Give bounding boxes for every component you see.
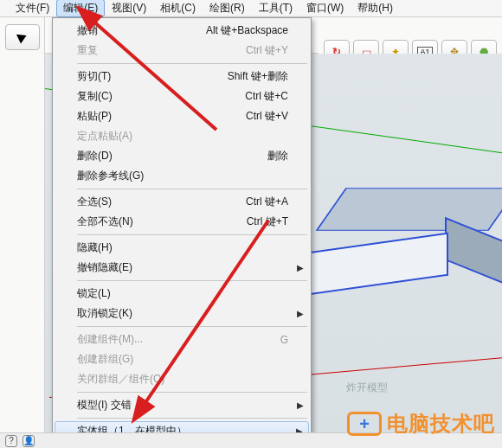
mi-delete[interactable]: 删除(D) 删除 xyxy=(55,146,309,166)
mi-undo[interactable]: 撤销 Alt 键+Backspace xyxy=(55,21,309,41)
menu-separator xyxy=(77,189,307,189)
menu-separator xyxy=(77,392,307,393)
mi-select-all[interactable]: 全选(S) Ctrl 键+A xyxy=(55,192,309,212)
mi-shortcut: Ctrl 键+Y xyxy=(246,43,288,58)
menu-separator xyxy=(77,63,307,64)
mi-label: 关闭群组／组件(O) xyxy=(77,372,164,387)
mi-label: 删除参考线(G) xyxy=(77,169,144,183)
cursor-icon xyxy=(16,30,28,43)
mi-shortcut: Ctrl 键+T xyxy=(247,214,288,229)
menu-separator xyxy=(77,234,307,235)
mi-label: 取消锁定(K) xyxy=(77,306,132,321)
edit-menu-dropdown: 撤销 Alt 键+Backspace 重复 Ctrl 键+Y 剪切(T) Shi… xyxy=(52,17,312,445)
mi-delete-guides[interactable]: 删除参考线(G) xyxy=(55,166,309,186)
status-help-icon[interactable]: ? xyxy=(5,435,17,447)
menu-separator xyxy=(77,280,307,281)
mi-redo: 重复 Ctrl 键+Y xyxy=(55,41,309,61)
mi-shortcut: Ctrl 键+A xyxy=(246,195,288,209)
menu-separator xyxy=(77,326,307,327)
mi-label: 锁定(L) xyxy=(77,286,111,301)
mi-unhide[interactable]: 撤销隐藏(E) ▶ xyxy=(55,258,309,278)
mi-copy[interactable]: 复制(C) Ctrl 键+C xyxy=(55,86,309,106)
mi-label: 创建组件(M)... xyxy=(77,332,143,347)
mi-label: 重复 xyxy=(77,43,98,58)
mi-paste[interactable]: 粘贴(P) Ctrl 键+V xyxy=(55,106,309,126)
mi-label: 撤销 xyxy=(77,23,98,38)
mi-label: 粘贴(P) xyxy=(77,109,112,124)
mi-shortcut: Ctrl 键+V xyxy=(246,109,288,124)
mi-unlock[interactable]: 取消锁定(K) ▶ xyxy=(55,304,309,323)
status-bar: ? 👤 xyxy=(0,432,502,448)
menu-separator xyxy=(77,418,307,419)
menubar: 文件(F) 编辑(E) 视图(V) 相机(C) 绘图(R) 工具(T) 窗口(W… xyxy=(0,0,502,17)
menu-help[interactable]: 帮助(H) xyxy=(351,0,400,17)
faded-label-explode: 炸开模型 xyxy=(346,381,388,395)
mi-close-group: 关闭群组／组件(O) xyxy=(55,369,309,389)
mi-label: 定点粘贴(A) xyxy=(77,129,132,144)
submenu-arrow-icon: ▶ xyxy=(297,400,304,410)
selected-entity-box[interactable] xyxy=(296,183,502,322)
submenu-arrow-icon: ▶ xyxy=(297,309,304,318)
mi-shortcut: Alt 键+Backspace xyxy=(206,23,288,38)
select-tool-button[interactable] xyxy=(5,24,40,50)
mi-cut[interactable]: 剪切(T) Shift 键+删除 xyxy=(55,67,309,86)
mi-lock[interactable]: 锁定(L) xyxy=(55,284,309,304)
mi-label: 剪切(T) xyxy=(77,69,111,84)
menu-view[interactable]: 视图(V) xyxy=(105,0,153,17)
mi-label: 全部不选(N) xyxy=(77,214,133,229)
mi-shortcut: Shift 键+删除 xyxy=(228,69,288,84)
mi-select-none[interactable]: 全部不选(N) Ctrl 键+T xyxy=(55,212,309,232)
mi-label: 复制(C) xyxy=(77,89,113,104)
mi-shortcut: G xyxy=(280,334,288,346)
status-user-icon[interactable]: 👤 xyxy=(23,435,35,447)
mi-paste-in-place: 定点粘贴(A) xyxy=(55,126,309,146)
mi-label: 模型(I) 交错 xyxy=(77,398,132,413)
box-face-top xyxy=(316,188,502,231)
box-face-side xyxy=(445,217,502,288)
left-tool-palette xyxy=(0,17,45,432)
menu-window[interactable]: 窗口(W) xyxy=(299,0,351,17)
menu-draw[interactable]: 绘图(R) xyxy=(203,0,252,17)
mi-intersect[interactable]: 模型(I) 交错 ▶ xyxy=(55,395,309,415)
mi-hide[interactable]: 隐藏(H) xyxy=(55,238,309,258)
mi-label: 撤销隐藏(E) xyxy=(77,260,132,275)
mi-make-group: 创建群组(G) xyxy=(55,349,309,369)
menu-camera[interactable]: 相机(C) xyxy=(153,0,203,17)
menu-tools[interactable]: 工具(T) xyxy=(252,0,299,17)
mi-label: 隐藏(H) xyxy=(77,240,113,255)
mi-shortcut: Ctrl 键+C xyxy=(245,89,288,104)
mi-shortcut: 删除 xyxy=(267,149,288,163)
menu-file[interactable]: 文件(F) xyxy=(9,0,56,17)
mi-make-component: 创建组件(M)... G xyxy=(55,330,309,349)
submenu-arrow-icon: ▶ xyxy=(297,263,304,272)
mi-label: 全选(S) xyxy=(77,195,112,209)
menu-edit[interactable]: 编辑(E) xyxy=(56,0,105,17)
mi-label: 创建群组(G) xyxy=(77,352,133,367)
mi-label: 删除(D) xyxy=(77,149,113,163)
